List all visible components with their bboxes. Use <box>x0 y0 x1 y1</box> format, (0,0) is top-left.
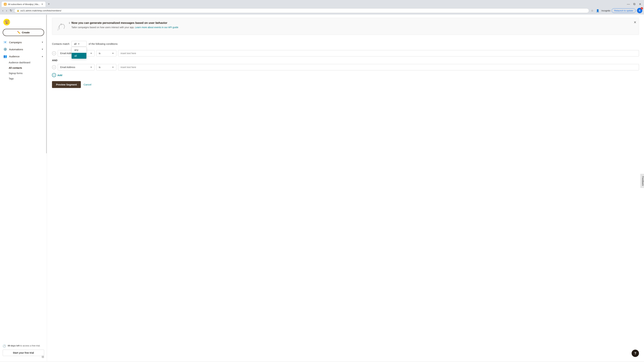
match-dropdown-wrapper: all ▼ any all <box>72 41 86 47</box>
lock-icon: 🔒 <box>17 9 19 12</box>
sidebar-item-audience[interactable]: 👥 Audience ▲ <box>0 53 47 60</box>
audience-icon: 👥 <box>3 54 7 58</box>
and-label: AND <box>52 59 639 62</box>
dropdown-option-any[interactable]: any <box>72 47 86 53</box>
tab-title: All subscribers of Moodjoy | Ma... <box>8 3 40 5</box>
sidebar-item-label: Automations <box>9 48 23 51</box>
contacts-match-row: Contacts match all ▼ any all <box>52 41 639 47</box>
banner-content: ℹ Now you can generate personalized mess… <box>69 21 635 29</box>
sidebar-bottom: 🕐 89 days left to access a free trial. S… <box>0 342 47 359</box>
condition-1-value-input[interactable] <box>118 50 639 56</box>
incognito-label: Incognito <box>602 9 610 12</box>
bookmark-icon[interactable]: ☆ <box>590 8 594 13</box>
avatar-badge: 1 <box>641 7 643 9</box>
nav-bar: ‹ › ↻ 🔒 us21.admin.mailchimp.com/lists/m… <box>0 7 644 14</box>
match-dropdown-menu: any all <box>72 47 86 59</box>
condition-2-value-input[interactable] <box>118 64 639 70</box>
sidebar-item-label: Campaigns <box>9 41 22 44</box>
tab-favicon: M <box>4 3 6 5</box>
main-content: ℹ Now you can generate personalized mess… <box>47 14 644 361</box>
banner-close-button[interactable]: ✕ <box>634 20 636 24</box>
sidebar-scrollbar-thumb <box>46 14 47 153</box>
chevron-down-icon: ▼ <box>90 52 92 54</box>
pencil-icon: ✏️ <box>17 31 20 34</box>
back-button[interactable]: ‹ <box>2 8 4 13</box>
forward-button[interactable]: › <box>5 8 8 13</box>
match-dropdown[interactable]: all ▼ <box>72 41 86 47</box>
condition-1-operator[interactable]: is ▼ <box>96 50 116 56</box>
match-dropdown-value: all <box>74 42 76 45</box>
create-button[interactable]: ✏️ Create <box>3 29 44 36</box>
sidebar-scrollbar <box>46 14 47 361</box>
sidebar-item-automations[interactable]: ⚙️ Automations ▼ <box>0 46 47 53</box>
banner-illustration <box>56 21 66 31</box>
trial-info: 🕐 89 days left to access a free trial. <box>3 345 44 348</box>
window-restore-icon[interactable]: ⧉ <box>632 2 637 6</box>
cancel-link[interactable]: Cancel <box>84 83 92 86</box>
address-url: us21.admin.mailchimp.com/lists/members/ <box>20 9 62 12</box>
remove-condition-2-button[interactable]: − <box>52 65 56 69</box>
sidebar-logo: 🐒 <box>0 17 47 29</box>
sidebar-item-audience-dashboard[interactable]: Audience dashboard <box>0 60 47 65</box>
sidebar-item-tags[interactable]: Tags <box>0 76 47 81</box>
chevron-down-icon: ▼ <box>78 43 80 45</box>
window-minimize-icon[interactable]: — <box>626 2 631 6</box>
condition-2-field[interactable]: Email Address ▼ <box>58 64 94 70</box>
dropdown-option-all[interactable]: all <box>72 53 86 59</box>
info-icon: ℹ <box>69 22 70 24</box>
user-avatar[interactable]: S 1 <box>637 8 642 13</box>
reload-button[interactable]: ↻ <box>9 8 13 13</box>
sidebar: 🐒 ✏️ Create 📧 Campaigns ▼ ⚙️ Automations… <box>0 14 47 361</box>
chevron-down-icon: ▼ <box>90 66 92 68</box>
add-condition-row[interactable]: + Add <box>52 73 639 77</box>
condition-row-1: − Email Address ▼ is ▼ <box>52 50 639 56</box>
chevron-down-icon: ▼ <box>42 41 44 43</box>
svg-point-2 <box>59 29 60 30</box>
tab-close-icon[interactable]: ✕ <box>41 3 43 5</box>
app-container: 🐒 ✏️ Create 📧 Campaigns ▼ ⚙️ Automations… <box>0 14 644 361</box>
tab-bar: M All subscribers of Moodjoy | Ma... ✕ +… <box>0 0 644 7</box>
chevron-down-icon: ▼ <box>112 52 114 54</box>
sidebar-item-all-contacts[interactable]: All contacts <box>0 65 47 70</box>
window-close-icon[interactable]: ✕ <box>638 2 643 7</box>
mailchimp-logo[interactable]: 🐒 <box>3 19 10 25</box>
sidebar-item-campaigns[interactable]: 📧 Campaigns ▼ <box>0 39 47 46</box>
start-free-trial-button[interactable]: Start your free trial <box>3 350 44 356</box>
condition-row-2: − Email Address ▼ is ▼ <box>52 64 639 70</box>
clock-icon: 🕐 <box>3 345 6 348</box>
active-tab[interactable]: M All subscribers of Moodjoy | Ma... ✕ <box>1 1 46 7</box>
automations-icon: ⚙️ <box>3 47 7 51</box>
banner-link[interactable]: Learn more about events in our API guide <box>135 26 178 29</box>
add-circle-icon: + <box>52 73 56 77</box>
chevron-up-icon: ▲ <box>42 55 44 57</box>
condition-2-operator[interactable]: is ▼ <box>96 64 116 70</box>
relaunch-button[interactable]: Relaunch to update <box>612 8 636 13</box>
banner-title: Now you can generate personalized messag… <box>72 21 178 25</box>
action-row: Preview Segment Cancel <box>52 81 639 88</box>
campaigns-icon: 📧 <box>3 40 7 44</box>
sidebar-item-signup-forms[interactable]: Signup forms <box>0 70 47 76</box>
chevron-down-icon: ▼ <box>112 66 114 68</box>
add-label: Add <box>57 74 62 77</box>
contacts-match-label: Contacts match <box>52 42 70 45</box>
address-bar[interactable]: 🔒 us21.admin.mailchimp.com/lists/members… <box>14 8 589 13</box>
svg-point-1 <box>57 29 58 30</box>
trial-text: 89 days left to access a free trial. <box>8 345 40 347</box>
sidebar-collapse-icon[interactable]: ⊞ <box>42 355 44 359</box>
chevron-down-icon: ▼ <box>42 48 44 50</box>
profile-icon[interactable]: 👤 <box>595 8 600 13</box>
remove-condition-1-button[interactable]: − <box>52 51 56 55</box>
nav-actions: ☆ 👤 Incognito Relaunch to update S 1 <box>590 8 642 13</box>
new-tab-button[interactable]: + <box>46 1 51 7</box>
feedback-tab[interactable]: Feedback <box>640 174 644 188</box>
banner: ℹ Now you can generate personalized mess… <box>52 18 639 35</box>
following-conditions-label: of the following conditions: <box>88 42 118 45</box>
svg-point-3 <box>57 29 58 29</box>
browser-chrome: M All subscribers of Moodjoy | Ma... ✕ +… <box>0 0 644 14</box>
sidebar-item-label: Audience <box>9 55 20 58</box>
preview-segment-button[interactable]: Preview Segment <box>52 81 81 88</box>
svg-point-0 <box>60 23 62 25</box>
segment-builder: Contacts match all ▼ any all <box>47 38 644 93</box>
help-button[interactable]: ? <box>632 350 639 357</box>
banner-description: Tailor campaigns based on how users inte… <box>72 26 178 29</box>
